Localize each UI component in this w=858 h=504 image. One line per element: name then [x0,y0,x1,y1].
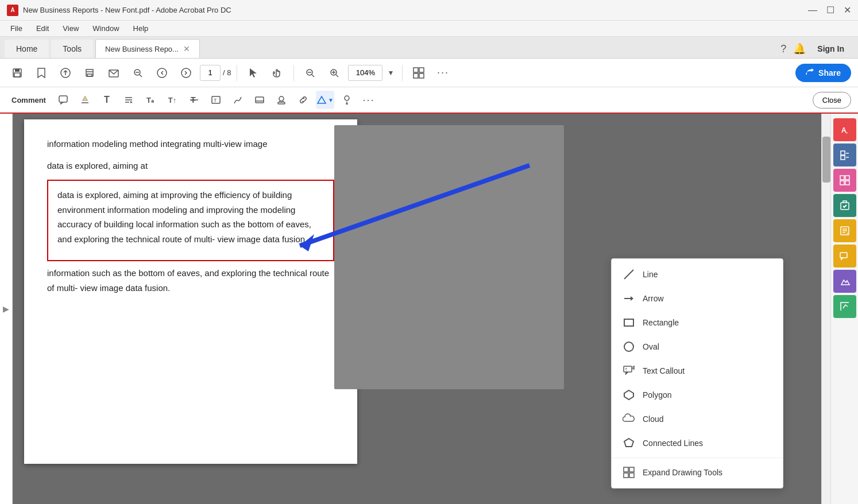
right-panel-btn-4[interactable] [833,194,856,217]
hand-tool-button[interactable] [267,63,288,83]
svg-marker-52 [631,296,633,301]
signin-button[interactable]: Sign In [813,42,849,56]
more-toolbar-button[interactable]: ··· [432,63,453,83]
textcallout-icon: T [622,364,636,378]
dropdown-cloud-item[interactable]: Cloud [612,407,783,431]
close-comment-toolbar-button[interactable]: Close [813,92,851,108]
pin-button[interactable] [338,91,356,109]
svg-rect-79 [840,253,847,258]
svg-text:T: T [214,98,217,103]
prev-page-button[interactable] [152,63,172,83]
doc-text-1: information modeling method integrating … [47,137,334,152]
right-panel-btn-2[interactable] [833,144,856,166]
oval-icon [622,340,636,354]
svg-rect-23 [419,68,424,72]
text-format-button[interactable]: Tₐ [141,91,160,109]
menu-help[interactable]: Help [127,22,154,35]
toolbar-separator-1 [237,65,237,81]
menu-file[interactable]: File [5,22,28,35]
page-number-input[interactable] [200,65,221,81]
dropdown-oval-item[interactable]: Oval [612,335,783,359]
text-edit-button[interactable] [119,91,138,109]
dropdown-connectedlines-item[interactable]: Connected Lines [612,431,783,455]
dropdown-rectangle-item[interactable]: Rectangle [612,311,783,335]
menu-edit[interactable]: Edit [30,22,55,35]
fit-page-button[interactable] [408,63,429,83]
zoom-dropdown-button[interactable]: ▼ [385,63,396,83]
stamp-button[interactable] [272,91,291,109]
zoom-out-button[interactable] [300,63,320,83]
scroll-thumb[interactable] [822,137,830,183]
svg-rect-60 [629,467,634,472]
bookmark-button[interactable] [31,63,52,83]
right-panel-btn-6[interactable] [833,245,856,267]
line-icon [622,267,636,281]
left-arrow-icon[interactable]: ▶ [3,304,9,313]
print-button[interactable] [79,63,100,83]
page-total: / 8 [223,68,231,77]
menu-view[interactable]: View [57,22,84,35]
zoom-in-button[interactable] [324,63,345,83]
minimize-button[interactable]: — [808,6,817,15]
zoom-input[interactable] [348,65,382,81]
right-panel-btn-8[interactable] [833,295,856,318]
right-scrollbar[interactable] [821,114,830,504]
email-button[interactable] [103,63,124,83]
svg-text:Tₐ: Tₐ [146,96,154,104]
menu-window[interactable]: Window [87,22,125,35]
svg-marker-14 [250,68,257,77]
freehand-button[interactable] [229,91,247,109]
more-comment-button[interactable]: ··· [360,91,378,109]
bell-icon[interactable]: 🔔 [793,42,806,55]
drawing-tool-button[interactable]: ▼ [316,91,334,109]
close-button[interactable]: ✕ [844,6,851,15]
eraser-button[interactable] [250,91,269,109]
text-box-button[interactable]: T [207,91,225,109]
right-panel-btn-1[interactable]: A+ [833,118,856,141]
svg-rect-53 [624,319,633,326]
text-tool-button[interactable]: T [98,91,116,109]
right-panel-btn-5[interactable]: + [833,219,856,242]
svg-rect-61 [624,473,628,478]
expand-label: Expand Drawing Tools [643,468,722,477]
dropdown-expand-item[interactable]: Expand Drawing Tools [612,460,783,484]
upload-button[interactable] [55,63,76,83]
help-icon[interactable]: ? [780,43,786,55]
cursor-tool-button[interactable] [243,63,264,83]
svg-text:+: + [845,130,848,135]
dropdown-polygon-item[interactable]: Polygon [612,383,783,407]
svg-rect-70 [845,176,849,180]
text-size-button[interactable]: T↑ [163,91,181,109]
tab-document[interactable]: New Business Repo... ✕ [95,39,200,58]
strikethrough-button[interactable]: T [185,91,203,109]
right-panel-btn-7[interactable] [833,270,856,293]
tab-home[interactable]: Home [5,40,49,58]
next-page-button[interactable] [176,63,196,83]
dropdown-separator [612,458,783,458]
svg-rect-69 [840,176,844,180]
dropdown-arrow-item[interactable]: Arrow [612,286,783,311]
svg-marker-3 [38,68,45,77]
toolbar-separator-3 [402,65,403,81]
tab-tools[interactable]: Tools [51,40,93,58]
zoom-search-button[interactable] [127,63,148,83]
speech-bubble-button[interactable] [54,91,72,109]
share-button[interactable]: Share [795,64,851,82]
left-panel-toggle[interactable]: ▶ [0,114,13,504]
svg-rect-71 [840,181,844,185]
svg-rect-2 [14,73,20,77]
title-bar-left: A New Business Reports - New Font.pdf - … [7,5,231,16]
page-navigation: / 8 [200,65,231,81]
svg-marker-43 [318,96,326,103]
highlight-button[interactable] [76,91,94,109]
svg-line-10 [140,75,142,77]
right-panel-btn-3[interactable] [833,169,856,192]
drawing-tools-dropdown: Line Arrow Rectangle [611,258,783,489]
dropdown-line-item[interactable]: Line [612,262,783,286]
maximize-button[interactable]: ☐ [826,6,834,15]
dropdown-textcallout-item[interactable]: T Text Callout [612,359,783,383]
link-button[interactable] [294,91,312,109]
tab-close-icon[interactable]: ✕ [183,44,190,53]
save-button[interactable] [7,63,28,83]
svg-point-45 [345,96,349,100]
